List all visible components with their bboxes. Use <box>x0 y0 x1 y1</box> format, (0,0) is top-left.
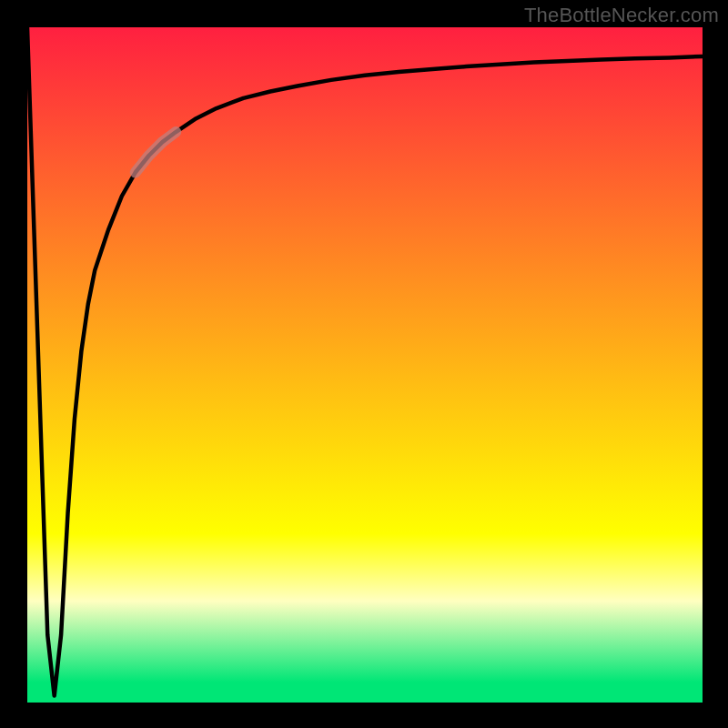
plot-frame <box>27 27 703 703</box>
plot-svg <box>27 27 703 703</box>
watermark-text: TheBottleNecker.com <box>524 4 719 27</box>
gradient-background <box>27 27 703 703</box>
chart-root: TheBottleNecker.com <box>0 0 728 728</box>
